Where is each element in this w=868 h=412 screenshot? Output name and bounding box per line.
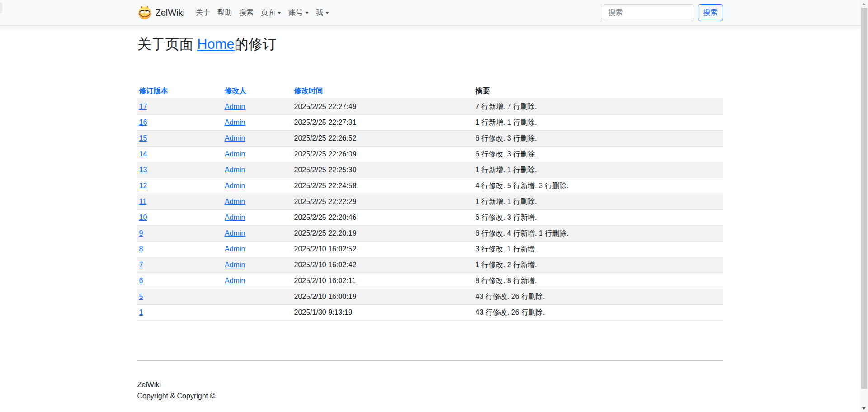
summary-cell: 1 行修改. 2 行新增. bbox=[474, 257, 723, 273]
nav-item-search[interactable]: 搜索 bbox=[236, 4, 257, 22]
footer-text: ZelWikiCopyright & Copyright © bbox=[137, 379, 723, 402]
chevron-down-icon bbox=[326, 12, 329, 14]
header-editor: 修改人 bbox=[223, 83, 292, 99]
revision-link[interactable]: 12 bbox=[139, 182, 147, 189]
brand-link[interactable]: ZelWiki bbox=[137, 5, 185, 20]
revision-cell: 7 bbox=[137, 257, 223, 273]
table-row: 11Admin2025/2/25 22:22:291 行新增. 1 行删除. bbox=[137, 194, 723, 210]
summary-cell: 3 行修改. 1 行新增. bbox=[474, 242, 723, 257]
editor-cell: Admin bbox=[223, 194, 292, 210]
editor-link[interactable]: Admin bbox=[225, 182, 245, 189]
time-cell: 2025/1/30 9:13:19 bbox=[292, 305, 474, 321]
summary-cell: 1 行新增. 1 行删除. bbox=[474, 162, 723, 178]
search-form: 搜索 bbox=[603, 4, 723, 21]
nav-item-help[interactable]: 帮助 bbox=[214, 4, 236, 22]
revision-link[interactable]: 16 bbox=[139, 118, 147, 126]
revision-link[interactable]: 14 bbox=[139, 150, 147, 158]
revision-cell: 10 bbox=[137, 210, 223, 226]
summary-cell: 43 行修改. 26 行删除. bbox=[474, 305, 723, 321]
summary-cell: 1 行新增. 1 行删除. bbox=[474, 115, 723, 131]
time-cell: 2025/2/10 16:00:19 bbox=[292, 289, 474, 305]
revision-link[interactable]: 9 bbox=[139, 229, 143, 237]
revision-cell: 9 bbox=[137, 226, 223, 242]
revision-link[interactable]: 10 bbox=[139, 213, 147, 221]
top-navbar: ZelWiki 关于 帮助 搜索 页面 账号 我 搜索 bbox=[0, 0, 860, 26]
revision-cell: 14 bbox=[137, 147, 223, 162]
header-summary: 摘要 bbox=[474, 83, 723, 99]
page-title-suffix: 的修订 bbox=[235, 36, 277, 52]
editor-link[interactable]: Admin bbox=[225, 261, 245, 269]
revision-table: 修订版本 修改人 修改时间 摘要 17Admin2025/2/25 22:27:… bbox=[137, 83, 723, 321]
nav-item-about[interactable]: 关于 bbox=[192, 4, 214, 22]
editor-link[interactable]: Admin bbox=[225, 198, 245, 205]
time-cell: 2025/2/25 22:25:30 bbox=[292, 162, 474, 178]
revision-link[interactable]: 6 bbox=[139, 277, 143, 284]
scroll-down-arrow-icon bbox=[862, 407, 866, 410]
revision-cell: 8 bbox=[137, 242, 223, 257]
table-row: 17Admin2025/2/25 22:27:497 行新增. 7 行删除. bbox=[137, 99, 723, 115]
editor-cell: Admin bbox=[223, 99, 292, 115]
editor-link[interactable]: Admin bbox=[225, 134, 245, 142]
site-logo-icon bbox=[137, 5, 152, 20]
scrollbar-down-button[interactable] bbox=[860, 404, 868, 412]
editor-link[interactable]: Admin bbox=[225, 118, 245, 126]
summary-cell: 6 行修改. 3 行删除. bbox=[474, 131, 723, 147]
footer-site-name: ZelWiki bbox=[137, 381, 161, 388]
browser-scrollbar[interactable] bbox=[860, 0, 868, 412]
editor-link[interactable]: Admin bbox=[225, 150, 245, 158]
header-revision-link[interactable]: 修订版本 bbox=[139, 87, 168, 95]
search-button[interactable]: 搜索 bbox=[698, 4, 723, 21]
editor-cell bbox=[223, 289, 292, 305]
nav-dropdown-me[interactable]: 我 bbox=[312, 4, 333, 22]
editor-cell bbox=[223, 305, 292, 321]
page-title-home-link[interactable]: Home bbox=[197, 36, 235, 52]
editor-link[interactable]: Admin bbox=[225, 245, 245, 253]
revision-cell: 17 bbox=[137, 99, 223, 115]
revision-link[interactable]: 7 bbox=[139, 261, 143, 269]
brand-text: ZelWiki bbox=[156, 6, 185, 19]
revision-link[interactable]: 8 bbox=[139, 245, 143, 253]
summary-cell: 43 行修改. 26 行删除. bbox=[474, 289, 723, 305]
scrollbar-up-button[interactable] bbox=[860, 0, 868, 8]
time-cell: 2025/2/25 22:20:46 bbox=[292, 210, 474, 226]
navbar-inner: ZelWiki 关于 帮助 搜索 页面 账号 我 搜索 bbox=[132, 0, 729, 25]
header-editor-link[interactable]: 修改人 bbox=[225, 87, 246, 95]
revision-link[interactable]: 1 bbox=[139, 308, 143, 316]
revision-cell: 6 bbox=[137, 273, 223, 289]
time-cell: 2025/2/25 22:22:29 bbox=[292, 194, 474, 210]
summary-cell: 7 行新增. 7 行删除. bbox=[474, 99, 723, 115]
time-cell: 2025/2/25 22:26:52 bbox=[292, 131, 474, 147]
summary-cell: 6 行修改. 3 行新增. bbox=[474, 210, 723, 226]
footer-copyright: Copyright & Copyright © bbox=[137, 392, 216, 400]
revision-cell: 16 bbox=[137, 115, 223, 131]
time-cell: 2025/2/25 22:26:09 bbox=[292, 147, 474, 162]
editor-link[interactable]: Admin bbox=[225, 277, 245, 284]
search-input[interactable] bbox=[603, 4, 694, 21]
editor-link[interactable]: Admin bbox=[225, 103, 245, 110]
revision-link[interactable]: 13 bbox=[139, 166, 147, 174]
scrollbar-thumb[interactable] bbox=[861, 8, 867, 389]
summary-cell: 6 行修改. 3 行删除. bbox=[474, 147, 723, 162]
revision-link[interactable]: 17 bbox=[139, 103, 147, 110]
editor-link[interactable]: Admin bbox=[225, 213, 245, 221]
editor-cell: Admin bbox=[223, 131, 292, 147]
page-title: 关于页面 Home的修订 bbox=[137, 36, 723, 52]
editor-link[interactable]: Admin bbox=[225, 166, 245, 174]
nav-links: 关于 帮助 搜索 页面 账号 我 bbox=[192, 4, 333, 22]
revision-link[interactable]: 11 bbox=[139, 198, 147, 205]
table-row: 7Admin2025/2/10 16:02:421 行修改. 2 行新增. bbox=[137, 257, 723, 273]
revision-link[interactable]: 5 bbox=[139, 293, 143, 300]
revision-cell: 12 bbox=[137, 178, 223, 194]
editor-cell: Admin bbox=[223, 210, 292, 226]
time-cell: 2025/2/10 16:02:42 bbox=[292, 257, 474, 273]
table-row: 14Admin2025/2/25 22:26:096 行修改. 3 行删除. bbox=[137, 147, 723, 162]
editor-link[interactable]: Admin bbox=[225, 229, 245, 237]
editor-cell: Admin bbox=[223, 115, 292, 131]
header-time-link[interactable]: 修改时间 bbox=[294, 87, 323, 95]
revision-cell: 1 bbox=[137, 305, 223, 321]
nav-dropdown-pages[interactable]: 页面 bbox=[257, 4, 285, 22]
nav-dropdown-account[interactable]: 账号 bbox=[285, 4, 312, 22]
summary-cell: 4 行修改. 5 行新增. 3 行删除. bbox=[474, 178, 723, 194]
chevron-down-icon bbox=[305, 12, 309, 14]
revision-link[interactable]: 15 bbox=[139, 134, 147, 142]
